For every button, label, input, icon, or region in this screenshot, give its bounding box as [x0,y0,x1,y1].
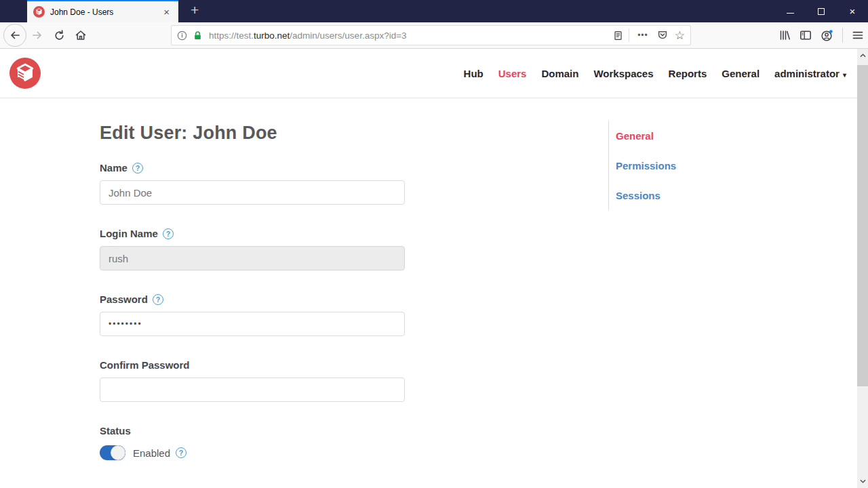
home-button[interactable] [75,29,87,41]
confirm-password-label-row: Confirm Password [100,359,405,371]
account-icon[interactable] [821,29,833,42]
url-bar[interactable]: https://test.turbo.net/admin/users/user.… [171,25,691,45]
menu-hamburger-icon[interactable] [852,29,864,41]
chevron-down-icon: ▾ [843,71,846,79]
window-controls: × [774,0,868,22]
help-icon[interactable]: ? [132,163,143,174]
back-arrow-icon [9,29,21,41]
pocket-icon[interactable] [657,30,668,41]
account-menu-label: administrator [774,68,840,79]
library-icon[interactable] [778,29,791,41]
login-name-input [100,246,405,270]
page-title: Edit User: John Doe [100,123,405,144]
login-name-label-row: Login Name ? [100,228,405,239]
turbo-logo-icon[interactable] [9,58,41,89]
url-text: https://test.turbo.net/admin/users/user.… [209,30,613,41]
minimize-button[interactable] [774,0,806,22]
help-icon[interactable]: ? [176,447,186,458]
titlebar: John Doe - Users × + × [0,0,868,22]
login-name-label: Login Name [100,228,158,239]
lock-icon[interactable] [193,30,203,41]
side-menu-item-permissions[interactable]: Permissions [616,161,730,171]
maximize-icon [818,8,825,15]
name-label-row: Name ? [100,162,405,174]
nav-item-general[interactable]: General [722,68,760,79]
reader-mode-icon[interactable] [613,30,623,41]
web-page: Hub Users Domain Workspaces Reports Gene… [0,49,857,488]
confirm-password-label: Confirm Password [100,359,190,371]
nav-item-users[interactable]: Users [498,68,527,79]
sidebar-toggle-icon[interactable] [800,29,812,41]
url-scheme: https://test. [209,30,254,41]
name-input[interactable] [100,180,405,205]
browser-tab[interactable]: John Doe - Users × [27,0,178,22]
account-menu[interactable]: administrator▾ [774,68,846,79]
tab-close-icon[interactable]: × [161,5,172,18]
status-value: Enabled [133,447,170,459]
reload-button[interactable] [54,30,65,41]
status-label: Status [100,425,131,436]
password-input[interactable] [100,312,405,336]
vertical-scrollbar[interactable] [857,49,868,488]
nav-item-hub[interactable]: Hub [464,68,484,79]
url-domain: turbo.net [254,30,290,41]
name-label: Name [100,162,127,174]
site-nav: Hub Users Domain Workspaces Reports Gene… [449,49,846,98]
toolbar-separator [842,28,843,43]
browser-toolbar: https://test.turbo.net/admin/users/user.… [0,22,868,49]
site-favicon-icon [33,6,45,18]
url-path: /admin/users/user.aspx?id=3 [290,30,406,41]
page-content: Edit User: John Doe Name ? Login Name ? … [0,98,857,487]
maximize-button[interactable] [806,0,837,22]
bookmark-star-icon[interactable]: ☆ [675,30,685,41]
new-tab-button[interactable]: + [186,3,203,22]
scrollbar-thumb[interactable] [857,65,868,386]
page-actions-button[interactable]: ••• [637,30,648,40]
urlbar-separator [629,28,629,42]
back-button[interactable] [3,24,26,47]
edit-user-form: Edit User: John Doe Name ? Login Name ? … [100,98,405,460]
toggle-knob-icon [111,445,125,460]
status-row: Enabled ? [100,445,405,460]
close-window-button[interactable]: × [837,0,868,22]
help-icon[interactable]: ? [153,294,163,305]
nav-item-domain[interactable]: Domain [541,68,578,79]
forward-button[interactable] [31,29,43,41]
nav-item-workspaces[interactable]: Workspaces [593,68,653,79]
scroll-down-icon[interactable] [857,476,868,487]
password-label: Password [100,293,148,305]
status-toggle[interactable] [100,445,125,460]
help-icon[interactable]: ? [163,228,174,239]
status-label-row: Status [100,425,405,436]
tab-title: John Doe - Users [50,7,161,17]
nav-item-reports[interactable]: Reports [669,68,707,79]
scroll-up-icon[interactable] [857,50,868,61]
confirm-password-input[interactable] [100,378,405,402]
side-menu: General Permissions Sessions [608,121,730,210]
page-info-icon[interactable] [177,30,187,41]
site-header: Hub Users Domain Workspaces Reports Gene… [0,49,857,98]
minimize-icon [787,13,794,14]
side-menu-item-sessions[interactable]: Sessions [616,190,730,201]
password-label-row: Password ? [100,293,405,305]
toolbar-right-icons [770,28,864,43]
tab-strip-spacer [0,0,27,22]
side-menu-item-general[interactable]: General [616,131,730,142]
